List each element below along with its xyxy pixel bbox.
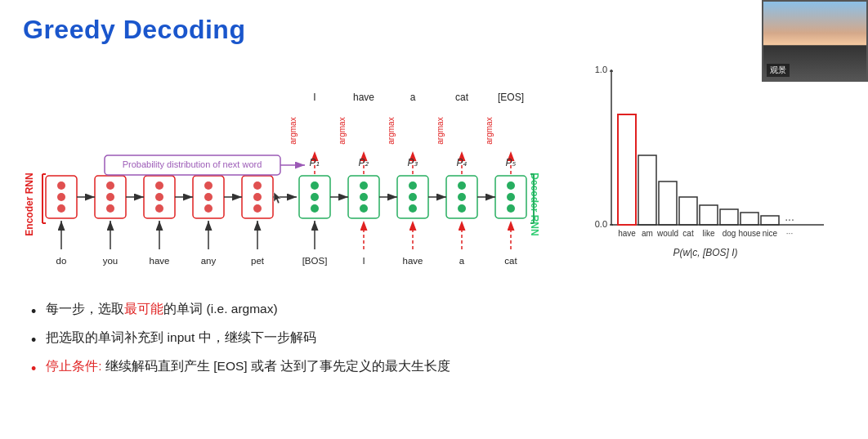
svg-point-48	[409, 204, 417, 213]
svg-rect-115	[720, 209, 738, 225]
svg-point-51	[458, 193, 466, 201]
svg-point-7	[106, 181, 114, 190]
svg-text:am: am	[642, 229, 653, 238]
svg-text:argmax: argmax	[436, 117, 445, 144]
svg-point-5	[57, 204, 65, 213]
svg-point-43	[360, 193, 368, 201]
svg-text:···: ···	[786, 229, 793, 238]
svg-point-9	[106, 204, 114, 213]
svg-text:argmax: argmax	[338, 117, 347, 144]
bullets-section: • 每一步，选取最可能的单词 (i.e. argmax) • 把选取的单词补充到…	[23, 300, 845, 379]
svg-rect-117	[761, 216, 779, 225]
svg-point-21	[253, 204, 262, 213]
svg-text:any: any	[201, 256, 217, 266]
bullet-1: • 每一步，选取最可能的单词 (i.e. argmax)	[31, 300, 845, 322]
nn-diagram: Encoder RNN Decoder RNN	[23, 53, 570, 290]
svg-text:cat: cat	[504, 256, 517, 266]
bullet-3-highlight: 停止条件:	[46, 359, 101, 373]
svg-text:like: like	[702, 229, 714, 238]
svg-text:P₃: P₃	[407, 157, 418, 168]
bullet-dot-3: •	[31, 358, 36, 379]
svg-text:have: have	[150, 256, 170, 266]
bullet-2: • 把选取的单词补充到 input 中，继续下一步解码	[31, 329, 845, 351]
svg-text:P₅: P₅	[505, 157, 517, 168]
svg-rect-112	[659, 181, 677, 225]
diagram-area: Encoder RNN Decoder RNN	[23, 53, 845, 290]
svg-point-17	[204, 204, 213, 213]
svg-text:I: I	[362, 256, 365, 266]
svg-text:dog: dog	[723, 229, 736, 238]
svg-text:have: have	[618, 229, 636, 238]
svg-text:argmax: argmax	[485, 117, 494, 144]
svg-text:a: a	[410, 92, 416, 103]
svg-text:do: do	[56, 256, 67, 266]
svg-text:argmax: argmax	[387, 117, 396, 144]
svg-text:you: you	[103, 256, 119, 266]
svg-text:P₄: P₄	[456, 157, 467, 168]
svg-point-56	[507, 204, 515, 213]
svg-text:[BOS]: [BOS]	[302, 256, 328, 266]
svg-rect-114	[700, 205, 718, 225]
svg-text:argmax: argmax	[289, 117, 298, 144]
svg-point-39	[311, 193, 319, 201]
svg-point-13	[155, 204, 163, 213]
svg-point-52	[458, 204, 466, 213]
svg-text:I: I	[313, 92, 315, 103]
bar-chart-area: 1.0 0.0	[579, 53, 848, 290]
svg-text:pet: pet	[251, 256, 265, 266]
svg-point-42	[360, 181, 368, 190]
svg-point-4	[57, 193, 65, 201]
bullet-1-highlight: 最可能	[124, 302, 163, 316]
svg-point-40	[311, 204, 319, 213]
svg-point-12	[155, 193, 163, 201]
svg-point-54	[507, 181, 515, 190]
svg-point-8	[106, 193, 114, 201]
svg-rect-110	[618, 114, 636, 225]
svg-point-16	[204, 193, 213, 201]
svg-point-38	[311, 181, 319, 190]
svg-text:P₁: P₁	[309, 157, 320, 168]
svg-point-47	[409, 193, 417, 201]
svg-marker-103	[274, 192, 281, 204]
svg-text:cat: cat	[682, 229, 694, 238]
svg-text:cat: cat	[455, 92, 469, 103]
svg-text:a: a	[459, 256, 465, 266]
svg-rect-116	[740, 213, 758, 225]
bullet-1-text: 每一步，选取最可能的单词 (i.e. argmax)	[46, 300, 277, 318]
svg-point-15	[204, 181, 213, 190]
svg-text:Probability distribution of ne: Probability distribution of next word	[123, 159, 262, 169]
svg-text:[EOS]: [EOS]	[498, 92, 524, 103]
svg-text:have: have	[353, 92, 374, 103]
svg-rect-113	[679, 197, 697, 225]
svg-text:would: would	[656, 229, 678, 238]
svg-text:P₂: P₂	[358, 157, 369, 168]
svg-text:have: have	[403, 256, 423, 266]
bullet-3: • 停止条件: 继续解码直到产生 [EOS] 或者 达到了事先定义的最大生长度	[31, 357, 845, 379]
svg-point-11	[155, 181, 163, 190]
svg-text:Encoder RNN: Encoder RNN	[24, 172, 35, 235]
bullet-3-text: 停止条件: 继续解码直到产生 [EOS] 或者 达到了事先定义的最大生长度	[46, 357, 450, 375]
slide-title: Greedy Decoding	[23, 15, 845, 45]
bullet-dot-2: •	[31, 329, 36, 351]
svg-text:0.0: 0.0	[595, 219, 607, 229]
svg-point-46	[409, 181, 417, 190]
svg-text:P(w|c, [BOS] I): P(w|c, [BOS] I)	[673, 247, 737, 258]
svg-text:nice: nice	[763, 229, 778, 238]
svg-point-3	[57, 181, 65, 190]
bullet-2-text: 把选取的单词补充到 input 中，继续下一步解码	[46, 329, 315, 347]
svg-point-20	[253, 193, 262, 201]
slide: Greedy Decoding Encoder RNN Decoder RNN	[0, 0, 868, 439]
svg-text:1.0: 1.0	[595, 65, 607, 74]
svg-point-50	[458, 181, 466, 190]
svg-point-19	[253, 181, 262, 190]
bullet-dot-1: •	[31, 301, 36, 322]
svg-text:···: ···	[785, 213, 794, 226]
svg-text:house: house	[738, 229, 761, 238]
svg-point-44	[360, 204, 368, 213]
svg-point-55	[507, 193, 515, 201]
svg-rect-111	[638, 155, 656, 225]
